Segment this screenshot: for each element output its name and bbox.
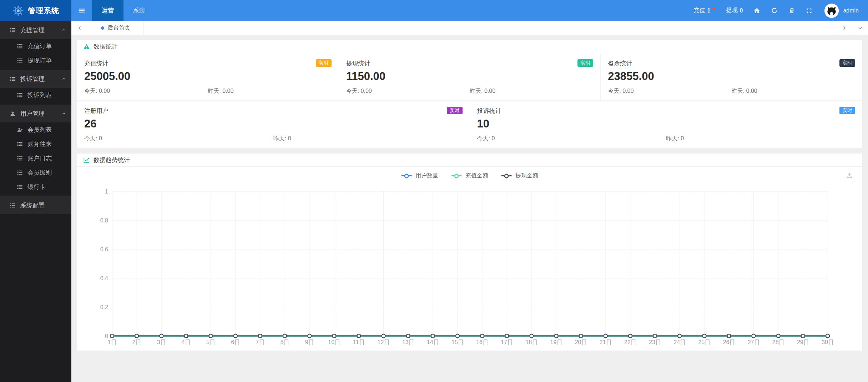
- sidebar-item-complaint-list[interactable]: 投诉列表: [0, 88, 71, 102]
- tab-back-button[interactable]: [71, 21, 88, 35]
- recharge-count: 1: [707, 7, 711, 14]
- sidebar-section-funds[interactable]: 充提管理: [0, 21, 71, 39]
- svg-text:24日: 24日: [673, 339, 686, 345]
- stats-row-2: 注册用户 实时 26 今天: 0 昨天: 0 投诉统计 实时 10: [77, 100, 862, 148]
- list-icon: [17, 155, 23, 161]
- svg-text:20日: 20日: [575, 339, 587, 345]
- svg-text:5日: 5日: [206, 339, 215, 345]
- svg-text:22日: 22日: [624, 339, 636, 345]
- svg-text:0.8: 0.8: [100, 217, 108, 223]
- stats-panel-title: 数据统计: [94, 42, 118, 51]
- stat-yesterday: 昨天: 0.00: [208, 87, 331, 95]
- list-icon: [10, 76, 16, 82]
- svg-text:0.6: 0.6: [100, 246, 108, 252]
- legend-item[interactable]: 充值金额: [451, 172, 488, 180]
- cat-avatar-image: [824, 4, 839, 18]
- stat-today: 今天: 0.00: [608, 87, 731, 95]
- recharge-link[interactable]: 充值 1: [694, 7, 716, 14]
- list-icon: [17, 57, 23, 64]
- stat-card-withdraw: 提现统计 实时 1150.00 今天: 0.00 昨天: 0.00: [339, 53, 601, 100]
- sidebar-item-member-levels[interactable]: 会员级别: [0, 165, 71, 180]
- withdraw-count: 0: [740, 7, 743, 14]
- svg-text:26日: 26日: [723, 339, 735, 345]
- sidebar-section-users[interactable]: 用户管理: [0, 105, 71, 122]
- svg-text:11日: 11日: [353, 339, 365, 345]
- stat-card-surplus: 盈余统计 实时 23855.00 今天: 0.00 昨天: 0.00: [601, 53, 862, 100]
- sidebar-section-complaints[interactable]: 投诉管理: [0, 70, 71, 88]
- brand[interactable]: 管理系统: [0, 0, 71, 21]
- svg-text:0: 0: [105, 333, 108, 339]
- sidebar-section-system-config[interactable]: 系统配置: [0, 196, 71, 214]
- legend-item[interactable]: 提现金额: [501, 172, 538, 180]
- chart-line-icon: [83, 157, 90, 164]
- stat-card-complaints: 投诉统计 实时 10 今天: 0 昨天: 0: [470, 101, 863, 148]
- svg-text:27日: 27日: [748, 339, 760, 345]
- tab-controls: [836, 21, 868, 35]
- sidebar-item-withdraw-orders[interactable]: 提现订单: [0, 53, 71, 67]
- legend-marker: [401, 174, 412, 179]
- stats-panel-header: 数据统计: [77, 40, 862, 53]
- list-icon: [17, 170, 23, 176]
- trend-chart: 1日2日3日4日5日6日7日8日9日10日11日12日13日14日15日16日1…: [83, 181, 857, 348]
- clear-cache-button[interactable]: [788, 7, 795, 14]
- realtime-badge: 实时: [316, 59, 332, 67]
- svg-text:0.2: 0.2: [100, 304, 108, 310]
- sidebar-submenu-users: 会员列表 账务往来 账户日志 会员级别 银行卡: [0, 122, 71, 196]
- fullscreen-button[interactable]: [806, 7, 812, 14]
- svg-text:10日: 10日: [328, 339, 340, 345]
- refresh-icon: [771, 7, 778, 14]
- legend-marker: [451, 174, 462, 179]
- home-button[interactable]: [753, 7, 760, 14]
- realtime-badge: 实时: [447, 107, 463, 114]
- nav-item-system[interactable]: 系统: [123, 0, 155, 21]
- tab-menu-button[interactable]: [852, 21, 868, 35]
- list-icon: [17, 92, 23, 98]
- tab-forward-button[interactable]: [836, 21, 852, 35]
- download-button[interactable]: [846, 172, 853, 179]
- list-icon: [17, 43, 23, 49]
- nav-item-operations[interactable]: 运营: [92, 0, 123, 21]
- sidebar-item-transactions[interactable]: 账务往来: [0, 137, 71, 151]
- stat-today: 今天: 0.00: [84, 87, 208, 95]
- sidebar-toggle-button[interactable]: [71, 0, 92, 21]
- fullscreen-icon: [806, 7, 812, 14]
- svg-text:14日: 14日: [427, 339, 439, 345]
- sidebar-item-bank-cards[interactable]: 银行卡: [0, 180, 71, 194]
- home-icon: [753, 7, 760, 14]
- withdraw-link[interactable]: 提现 0: [726, 7, 743, 14]
- stat-card-registered-users: 注册用户 实时 26 今天: 0 昨天: 0: [77, 101, 470, 148]
- svg-text:6日: 6日: [231, 339, 240, 345]
- realtime-badge: 实时: [839, 59, 855, 67]
- stats-row-1: 充值统计 实时 25005.00 今天: 0.00 昨天: 0.00 提现统计 …: [77, 53, 862, 100]
- sidebar-submenu-complaints: 投诉列表: [0, 88, 71, 105]
- svg-text:7日: 7日: [256, 339, 264, 345]
- legend-marker: [501, 174, 512, 179]
- brand-title: 管理系统: [28, 6, 59, 16]
- sidebar-item-recharge-orders[interactable]: 充值订单: [0, 39, 71, 53]
- refresh-button[interactable]: [771, 7, 778, 14]
- active-tab-dot: [101, 26, 104, 30]
- sidebar-item-member-list[interactable]: 会员列表: [0, 122, 71, 137]
- chevron-down-icon: [857, 25, 863, 31]
- stat-value: 26: [84, 117, 463, 130]
- svg-text:28日: 28日: [772, 339, 784, 345]
- svg-text:12日: 12日: [378, 339, 390, 345]
- stat-yesterday: 昨天: 0: [666, 135, 855, 142]
- svg-text:9日: 9日: [305, 339, 314, 345]
- chart-body: 用户数量充值金额提现金额 1日2日3日4日5日6日7日8日9日10日11日12日…: [77, 167, 862, 351]
- legend-item[interactable]: 用户数量: [401, 172, 438, 180]
- avatar[interactable]: [824, 4, 839, 18]
- sidebar-item-account-logs[interactable]: 账户日志: [0, 151, 71, 165]
- user-plus-icon: [17, 127, 23, 133]
- svg-text:0.4: 0.4: [100, 275, 108, 281]
- svg-text:29日: 29日: [797, 339, 809, 345]
- chart-legend: 用户数量充值金额提现金额: [83, 167, 857, 181]
- user-icon: [10, 111, 16, 117]
- username[interactable]: admin: [843, 7, 859, 14]
- svg-text:25日: 25日: [698, 339, 710, 345]
- stats-panel: 数据统计 充值统计 实时 25005.00 今天: 0.00 昨天: 0.00: [77, 40, 863, 148]
- svg-text:30日: 30日: [822, 339, 834, 345]
- tab-home[interactable]: 后台首页: [88, 21, 143, 35]
- list-icon: [10, 202, 16, 208]
- stat-today: 今天: 0.00: [346, 87, 470, 95]
